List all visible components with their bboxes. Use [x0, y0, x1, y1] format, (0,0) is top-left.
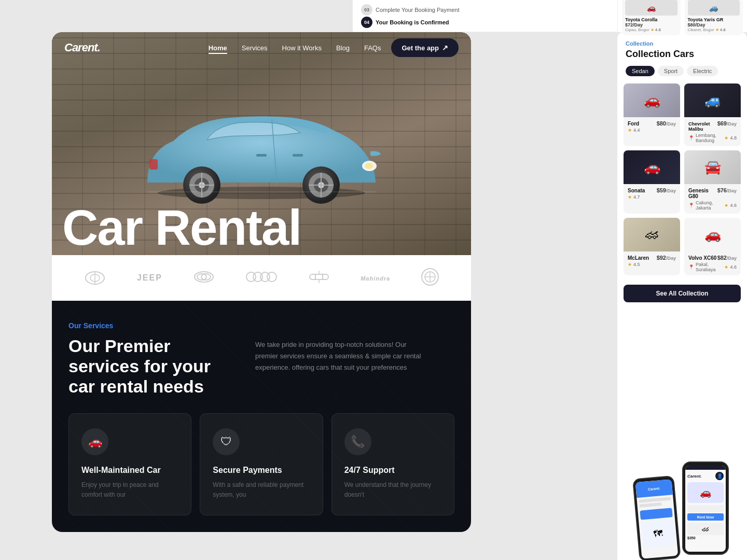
car-card-chevrolet[interactable]: 🚙 Chevrolet Malibu $69/Day 📍 Lembang, Ba… [684, 83, 741, 146]
car-card-sonata[interactable]: 🚗 Sonata $59/Day ★ 4.7 [624, 150, 680, 214]
chevrolet-location: 📍 [688, 135, 694, 141]
toyota-yaris-rating: 4.8 [720, 27, 726, 32]
car-card-volvo[interactable]: 🚗 Volvo XC60 $82/Day 📍 Pakal, Surabaya ★… [684, 218, 741, 275]
svg-rect-22 [293, 154, 303, 157]
ford-rating: ★ 4.4 [628, 128, 676, 133]
ford-name: Ford [628, 121, 639, 127]
sonata-car-image: 🚗 [624, 150, 680, 184]
nissan-logo-svg [308, 269, 330, 285]
phone-search-bar [640, 508, 672, 520]
services-cards: 🚗 Well-Maintained Car Enjoy your trip in… [68, 413, 454, 515]
hero-section: Carent. Home Services How it Works Blog … [52, 32, 471, 255]
service-card-payments: 🛡 Secure Payments With a safe and reliab… [200, 413, 323, 515]
chevrolet-rating: 📍 Lembang, Bandung ★ 4.8 [688, 133, 737, 143]
sonata-price: $59/Day [657, 187, 676, 193]
toyota-corolla-rating: 4.8 [655, 27, 661, 32]
phone-content-back: 🗺 [637, 495, 677, 550]
volvo-name: Volvo XC60 [688, 255, 716, 261]
support-card-title: 24/7 Support [344, 466, 441, 475]
svg-rect-21 [256, 154, 267, 157]
collection-tag: Collection [626, 40, 739, 47]
services-description: We take pride in providing top-notch sol… [255, 336, 421, 397]
tab-sedan[interactable]: Sedan [626, 66, 655, 76]
nav-faqs[interactable]: FAQs [364, 43, 381, 52]
phone-rent-button[interactable]: Rent Now [687, 513, 724, 521]
chevrolet-price: $69/Day [717, 120, 737, 127]
nav-links: Home Services How it Works Blog FAQs [209, 43, 381, 52]
genesis-rating: 📍 Cakung, Jakarta ★ 4.6 [688, 200, 737, 211]
jeep-text: JEEP [137, 273, 162, 282]
phone-mini-car: 🏎 [687, 523, 724, 535]
toyota-yaris-img: 🚙 [688, 0, 740, 16]
collection-title: Collection Cars [626, 49, 739, 60]
car-grid: 🚗 Ford $80/Day ★ 4.4 🚙 Chev [624, 83, 741, 275]
services-section: Our Services Our Premier services for yo… [52, 301, 471, 532]
get-app-button[interactable]: Get the app ↗ [391, 38, 459, 57]
toyota-corolla-price: $72/Day [625, 22, 677, 27]
volvo-card-body: Volvo XC60 $82/Day 📍 Pakal, Surabaya ★ 4… [684, 251, 741, 275]
car-card-genesis[interactable]: 🚘 Genesis G80 $76/Day 📍 Cakung, Jakarta … [684, 150, 741, 214]
brand-audi [246, 271, 277, 285]
phone-price: $350 [687, 536, 724, 540]
nav-blog[interactable]: Blog [336, 43, 350, 52]
sonata-name: Sonata [628, 188, 645, 193]
car-svg [106, 74, 417, 219]
mazda-logo-svg [84, 270, 106, 286]
genesis-location-icon: 📍 [688, 203, 694, 208]
navbar: Carent. Home Services How it Works Blog … [52, 32, 471, 63]
main-card: Carent. Home Services How it Works Blog … [52, 32, 471, 532]
hero-car-image [106, 74, 417, 219]
volvo-car-image: 🚗 [684, 218, 741, 251]
shield-icon: 🛡 [220, 435, 232, 449]
services-header: Our Premier services for your car rental… [68, 336, 454, 397]
tab-sport[interactable]: Sport [658, 66, 684, 76]
tab-electric[interactable]: Electric [687, 66, 718, 76]
maintained-card-title: Well-Maintained Car [81, 466, 178, 475]
see-all-collection-button[interactable]: See All Collection [624, 285, 741, 302]
brand-jeep: JEEP [137, 273, 162, 283]
phone-mockup-back: Carent. 🗺 [632, 475, 681, 560]
arrow-icon: ↗ [442, 44, 448, 52]
toyota-corolla-location: Cipau, Bogor [625, 27, 649, 32]
car-grid-container: 🚗 Ford $80/Day ★ 4.4 🚙 Chev [617, 83, 747, 302]
nav-services[interactable]: Services [242, 43, 268, 52]
phone-line-2 [639, 502, 662, 508]
brand-toyota [192, 269, 215, 287]
nav-home[interactable]: Home [209, 43, 227, 52]
ford-car-image: 🚗 [624, 83, 680, 117]
mclaren-rating: ★ 4.5 [628, 262, 676, 267]
services-tag: Our Services [68, 321, 454, 330]
car-card-ford[interactable]: 🚗 Ford $80/Day ★ 4.4 [624, 83, 680, 146]
toyota-corolla-card: 🚗 Toyota Corolla $72/Day Cipau, Bogor ★ … [622, 0, 681, 35]
chevrolet-name: Chevrolet Malibu [688, 121, 717, 132]
step-04-label: Your Booking is Confirmed [376, 19, 449, 25]
service-card-maintained: 🚗 Well-Maintained Car Enjoy your trip in… [68, 413, 191, 515]
phone-top-row: Carent. 👤 [687, 472, 724, 480]
support-icon-wrap: 📞 [344, 428, 371, 455]
genesis-price: $76/Day [717, 187, 737, 193]
toyota-corolla-star: ★ [651, 27, 654, 32]
toyota-yaris-star: ★ [715, 27, 719, 32]
ford-price: $80/Day [657, 120, 676, 127]
toyota-corolla-name: Toyota Corolla [625, 17, 677, 22]
chevrolet-card-body: Chevrolet Malibu $69/Day 📍 Lembang, Band… [684, 117, 741, 146]
ford-card-body: Ford $80/Day ★ 4.4 [624, 117, 680, 136]
booking-step-03: 03 Complete Your Booking Payment [361, 4, 459, 16]
collection-header: Collection Collection Cars Sedan Sport E… [617, 32, 747, 76]
nav-how-it-works[interactable]: How it Works [282, 43, 322, 52]
sonata-card-body: Sonata $59/Day ★ 4.7 [624, 184, 680, 203]
svg-point-33 [267, 272, 276, 282]
svg-rect-4 [149, 159, 158, 170]
brand-nissan [308, 269, 330, 287]
toyota-yaris-card: 🚙 Toyota Yaris GR $80/Day Cikaret, Bogor… [685, 0, 743, 35]
brand-logo: Carent. [64, 41, 100, 54]
toyota-yaris-location: Cikaret, Bogor [688, 27, 714, 32]
car-card-mclaren[interactable]: 🏎 McLaren $92/Day ★ 4.5 [624, 218, 680, 275]
mahindra-text: Mahindra [361, 275, 390, 282]
toyota-corolla-img: 🚗 [625, 0, 677, 16]
phone-mockup-front: Carent. 👤 🚗 Rent Now 🏎 $350 [682, 461, 729, 555]
phone-car-preview: 🚗 [687, 482, 724, 503]
support-card-desc: We understand that the journey doesn't [344, 480, 441, 500]
volvo-rating: 📍 Pakal, Surabaya ★ 4.6 [688, 262, 737, 272]
phone-screen-back: Carent. 🗺 [635, 479, 679, 559]
